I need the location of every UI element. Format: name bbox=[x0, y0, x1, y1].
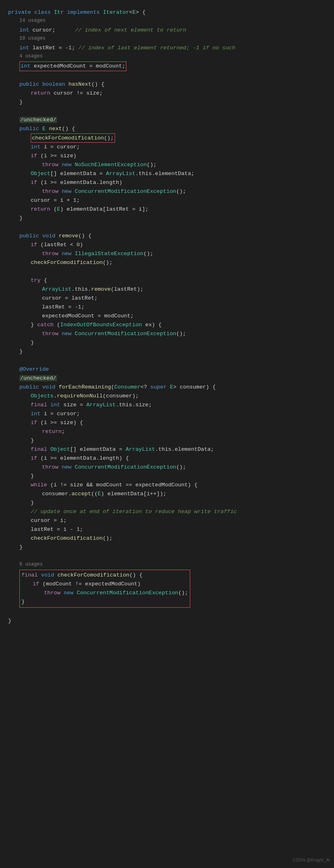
line-lastret-reset: lastRet = -1; bbox=[8, 303, 326, 312]
line-checkcomod-2: checkForComodification(); bbox=[8, 258, 326, 267]
line-unchecked-1: /unchecked/ bbox=[8, 116, 326, 125]
code-viewer: private class Itr implements Iterator<E>… bbox=[0, 4, 334, 629]
line-throw-concurrent-4: throw new ConcurrentModificationExceptio… bbox=[21, 589, 188, 598]
usages-label-6: 6 usages bbox=[19, 561, 43, 568]
line-requirenonnull: Objects.requireNonNull(consumer); bbox=[8, 392, 326, 401]
line-cursor-incr: cursor = i + 1; bbox=[8, 196, 326, 205]
line-foreach-decl: public void forEachRemaining(Consumer<? … bbox=[8, 383, 326, 392]
line-checkcomod-3: checkForComodification(); bbox=[8, 534, 326, 543]
line-override: @Override bbox=[8, 365, 326, 374]
line-unchecked-2: /unchecked/ bbox=[8, 374, 326, 383]
line-throw-concurrent-1: throw new ConcurrentModificationExceptio… bbox=[8, 187, 326, 196]
usages-label-4: 4 usages bbox=[19, 53, 43, 60]
line-hasnext-decl: public boolean hasNext() { bbox=[8, 80, 326, 89]
line-usages-6: 6 usages bbox=[8, 561, 326, 570]
line-throw-nosuch: throw new NoSuchElementException(); bbox=[8, 161, 326, 169]
line-return-elementdata: return (E) elementData[lastRet = i]; bbox=[8, 205, 326, 214]
line-checkcomod-1: checkForComodification(); bbox=[8, 133, 326, 143]
line-if-i-size2: if (i >= size) { bbox=[8, 418, 326, 427]
line-class-decl: private class Itr implements Iterator<E>… bbox=[8, 8, 326, 17]
line-blank-6 bbox=[8, 552, 326, 561]
line-lastret-decl: int lastRet = -1; // index of last eleme… bbox=[8, 44, 326, 53]
usages-label-10: 10 usages bbox=[19, 35, 46, 42]
line-usages-10: 10 usages bbox=[8, 35, 326, 44]
line-throw-concurrent-3: throw new ConcurrentModificationExceptio… bbox=[8, 463, 326, 472]
line-if-modcount: if (modCount != expectedModCount) bbox=[21, 580, 188, 589]
line-blank-2 bbox=[8, 107, 326, 116]
line-expectedmodcount-assign: expectedModCount = modCount; bbox=[8, 312, 326, 321]
checkcomod-highlighted-block: final void checkForComodification() { if… bbox=[19, 570, 190, 608]
line-blank-3 bbox=[8, 223, 326, 232]
line-while-close: } bbox=[8, 498, 326, 507]
line-final-size: final int size = ArrayList.this.size; bbox=[8, 401, 326, 410]
line-int-i-cursor2: int i = cursor; bbox=[8, 410, 326, 418]
line-while: while (i != size && modCount == expected… bbox=[8, 481, 326, 490]
line-elementdata-decl: Object[] elementData = ArrayList.this.el… bbox=[8, 169, 326, 178]
line-if-i-size: if (i >= size) bbox=[8, 152, 326, 161]
line-remove-close: } bbox=[8, 347, 326, 356]
line-comment-update: // update once at end of iteration to re… bbox=[8, 507, 326, 516]
line-blank-5 bbox=[8, 356, 326, 365]
line-checkcomod-close: } bbox=[21, 598, 188, 606]
watermark: CSDN @Knight_Al bbox=[293, 857, 330, 864]
line-usages-14: 14 usages bbox=[8, 17, 326, 26]
line-hasnext-return: return cursor != size; bbox=[8, 89, 326, 98]
line-usages-4: 4 usages bbox=[8, 53, 326, 61]
line-checkcomod-decl: final void checkForComodification() { bbox=[21, 571, 188, 580]
line-hasnext-close: } bbox=[8, 98, 326, 107]
line-if-lastret: if (lastRet < 0) bbox=[8, 241, 326, 249]
line-remove-decl: public void remove() { bbox=[8, 232, 326, 241]
line-final-elementdata: final Object[] elementData = ArrayList.t… bbox=[8, 445, 326, 454]
line-if-elementdata2: if (i >= elementData.length) { bbox=[8, 454, 326, 463]
line-arraylist-remove: ArrayList.this.remove(lastRet); bbox=[8, 285, 326, 294]
line-i-cursor: int i = cursor; bbox=[8, 143, 326, 152]
line-catch-close: } bbox=[8, 338, 326, 347]
line-throw-concurrent-2: throw new ConcurrentModificationExceptio… bbox=[8, 329, 326, 338]
line-expectedmodcount-decl: int expectedModCount = modCount; bbox=[8, 61, 326, 71]
line-throw-illegalstate: throw new IllegalStateException(); bbox=[8, 249, 326, 258]
line-consumer-accept: consumer.accept((E) elementData[i++]); bbox=[8, 490, 326, 498]
line-class-close: } bbox=[8, 617, 326, 625]
line-blank-7 bbox=[8, 608, 326, 617]
line-blank-4 bbox=[8, 267, 326, 276]
line-lastret-i: lastRet = i - 1; bbox=[8, 525, 326, 534]
line-cursor-i: cursor = i; bbox=[8, 516, 326, 525]
line-foreach-close: } bbox=[8, 543, 326, 552]
line-return: return; bbox=[8, 427, 326, 436]
line-cursor-lastret: cursor = lastRet; bbox=[8, 294, 326, 303]
line-if-close: } bbox=[8, 436, 326, 445]
line-catch: } catch (IndexOutOfBoundsException ex) { bbox=[8, 321, 326, 329]
usages-label: 14 usages bbox=[19, 17, 46, 25]
line-try: try { bbox=[8, 276, 326, 285]
line-next-decl: public E next() { bbox=[8, 125, 326, 133]
line-if-close2: } bbox=[8, 472, 326, 481]
line-if-elementdata-length: if (i >= elementData.length) bbox=[8, 178, 326, 187]
line-cursor-decl: int cursor; // index of next element to … bbox=[8, 26, 326, 35]
line-blank-1 bbox=[8, 71, 326, 80]
line-next-close: } bbox=[8, 214, 326, 223]
